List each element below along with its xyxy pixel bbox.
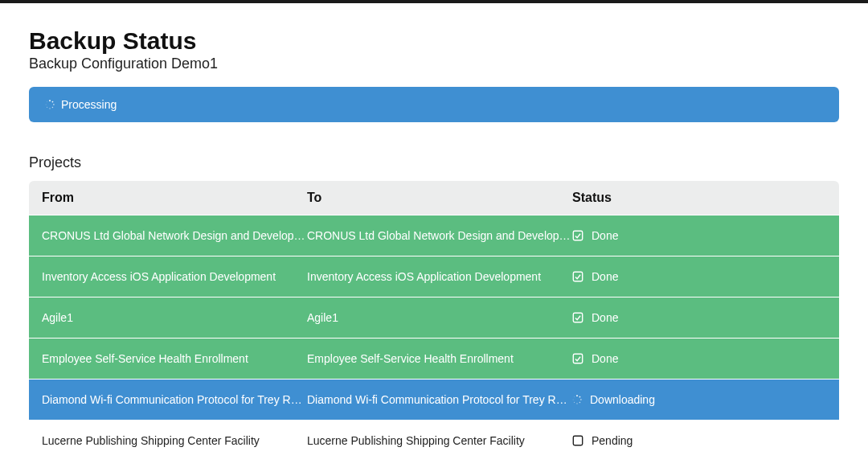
cell-status: Done: [572, 311, 826, 324]
svg-point-19: [574, 396, 575, 397]
column-header-from: From: [42, 191, 307, 205]
table-row[interactable]: Employee Self-Service Health EnrollmentE…: [29, 339, 839, 379]
svg-point-14: [580, 399, 582, 400]
column-header-status: Status: [572, 191, 826, 205]
status-label: Done: [592, 270, 618, 283]
check-square-icon: [572, 230, 583, 241]
svg-point-13: [579, 396, 581, 398]
svg-point-0: [49, 100, 51, 101]
cell-status: Downloading: [572, 393, 826, 406]
column-header-to: To: [307, 191, 572, 205]
cell-to: Employee Self-Service Health Enrollment: [307, 352, 572, 365]
table-row[interactable]: Agile1Agile1Done: [29, 298, 839, 338]
cell-from: Employee Self-Service Health Enrollment: [42, 352, 307, 365]
cell-status: Done: [572, 229, 826, 242]
svg-rect-20: [573, 436, 582, 445]
table-row[interactable]: Diamond Wi-fi Communication Protocol for…: [29, 380, 839, 420]
svg-point-4: [49, 108, 50, 109]
cell-from: Diamond Wi-fi Communication Protocol for…: [42, 393, 307, 406]
svg-point-16: [576, 403, 577, 404]
svg-rect-9: [573, 272, 582, 281]
cell-to: Diamond Wi-fi Communication Protocol for…: [307, 393, 572, 406]
svg-point-18: [573, 399, 574, 400]
status-label: Done: [592, 229, 618, 242]
projects-table: From To Status CRONUS Ltd Global Network…: [29, 181, 839, 461]
cell-status: Done: [572, 352, 826, 365]
section-title-projects: Projects: [29, 154, 839, 171]
svg-point-6: [46, 104, 47, 105]
spinner-icon: [45, 100, 55, 109]
page-container: Backup Status Backup Configuration Demo1…: [0, 3, 868, 461]
processing-banner-text: Processing: [61, 98, 117, 111]
page-title: Backup Status: [29, 27, 839, 54]
check-square-icon: [572, 353, 583, 364]
cell-status: Pending: [572, 434, 826, 447]
table-row[interactable]: CRONUS Ltd Global Network Design and Dev…: [29, 215, 839, 256]
table-row[interactable]: Inventory Access iOS Application Develop…: [29, 256, 839, 297]
table-row[interactable]: Lucerne Publishing Shipping Center Facil…: [29, 421, 839, 461]
status-label: Downloading: [590, 393, 655, 406]
svg-point-12: [576, 395, 578, 396]
processing-banner: Processing: [29, 87, 839, 122]
status-label: Done: [592, 352, 618, 365]
cell-to: CRONUS Ltd Global Network Design and Dev…: [307, 229, 572, 242]
table-body: CRONUS Ltd Global Network Design and Dev…: [29, 215, 839, 461]
status-label: Pending: [592, 434, 633, 447]
svg-rect-11: [573, 354, 582, 363]
cell-to: Inventory Access iOS Application Develop…: [307, 270, 572, 283]
check-square-icon: [572, 271, 583, 282]
table-header-row: From To Status: [29, 181, 839, 215]
cell-from: Lucerne Publishing Shipping Center Facil…: [42, 434, 307, 447]
svg-point-15: [579, 402, 581, 404]
cell-to: Agile1: [307, 311, 572, 324]
square-icon: [572, 435, 583, 446]
svg-point-3: [52, 107, 54, 109]
check-square-icon: [572, 312, 583, 323]
svg-point-17: [574, 402, 575, 403]
cell-status: Done: [572, 270, 826, 283]
svg-point-2: [53, 104, 55, 105]
cell-to: Lucerne Publishing Shipping Center Facil…: [307, 434, 572, 447]
svg-rect-10: [573, 313, 582, 322]
svg-rect-8: [573, 231, 582, 240]
cell-from: CRONUS Ltd Global Network Design and Dev…: [42, 229, 307, 242]
svg-point-7: [47, 101, 47, 102]
svg-point-5: [47, 107, 47, 108]
page-subtitle: Backup Configuration Demo1: [29, 55, 839, 72]
svg-point-1: [52, 101, 54, 103]
spinner-icon: [572, 395, 582, 404]
cell-from: Agile1: [42, 311, 307, 324]
cell-from: Inventory Access iOS Application Develop…: [42, 270, 307, 283]
status-label: Done: [592, 311, 618, 324]
